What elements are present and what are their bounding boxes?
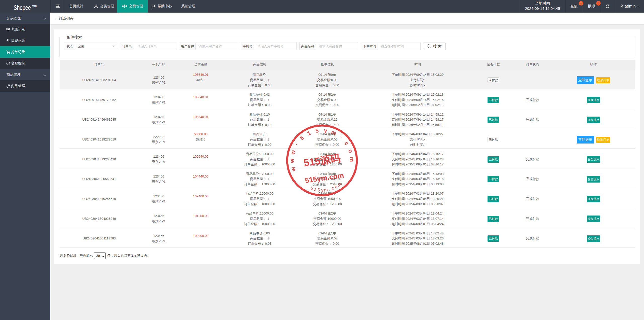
svg-text:y: y: [321, 188, 324, 193]
svg-text:·: ·: [293, 142, 300, 147]
svg-text:1: 1: [306, 130, 312, 137]
svg-text:5: 5: [299, 135, 305, 141]
svg-text:w: w: [289, 158, 295, 163]
svg-text:1: 1: [313, 187, 317, 192]
svg-text:m: m: [324, 187, 328, 193]
svg-text:·: ·: [338, 134, 344, 140]
svg-text:c: c: [343, 140, 350, 146]
svg-text:5: 5: [317, 187, 320, 193]
svg-text:5: 5: [310, 186, 314, 191]
svg-text:w: w: [290, 166, 297, 172]
svg-text:515源码: 515源码: [303, 152, 341, 168]
svg-text:o: o: [347, 148, 354, 154]
svg-text:m: m: [330, 129, 337, 137]
svg-text:.: .: [328, 187, 331, 192]
svg-text:y: y: [324, 127, 328, 134]
svg-text:5: 5: [315, 127, 319, 134]
svg-text:m: m: [349, 157, 355, 162]
svg-text:w: w: [289, 149, 297, 156]
